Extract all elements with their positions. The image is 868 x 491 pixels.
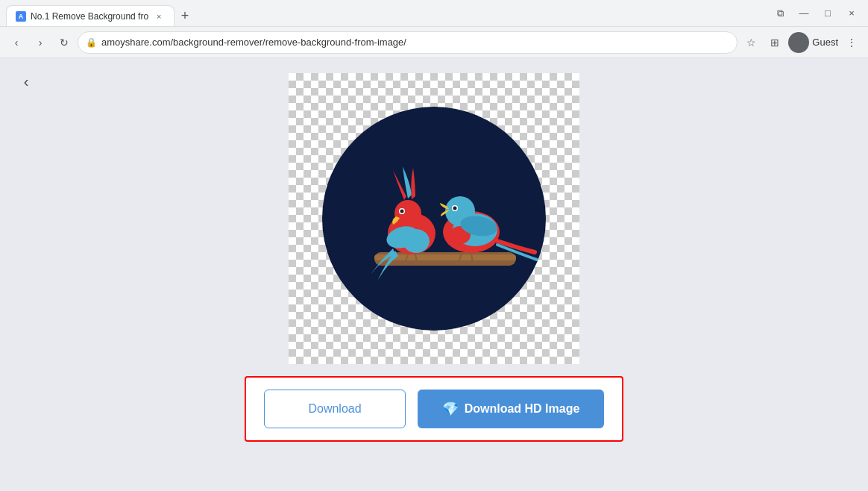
tab-title: No.1 Remove Background fro: [31, 11, 148, 22]
svg-point-4: [394, 200, 421, 227]
gem-icon: 💎: [442, 401, 459, 417]
tab-strip: A No.1 Remove Background fro × +: [6, 0, 764, 26]
browser-titlebar: A No.1 Remove Background fro × + ⧉ — □ ×: [0, 0, 868, 27]
tab-close-btn[interactable]: ×: [153, 10, 165, 22]
tab-favicon: A: [16, 11, 26, 22]
forward-nav-button[interactable]: ›: [30, 32, 51, 53]
download-buttons-wrapper: Download 💎 Download HD Image: [245, 376, 623, 442]
profile-avatar[interactable]: [788, 32, 809, 53]
reload-nav-button[interactable]: ↻: [54, 32, 75, 53]
svg-point-15: [453, 207, 457, 210]
page-content: ‹: [0, 58, 868, 491]
browser-toolbar: ‹ › ↻ 🔒 amoyshare.com/background-remover…: [0, 27, 868, 58]
profile-label[interactable]: Guest: [812, 37, 838, 48]
close-window-btn[interactable]: ×: [841, 3, 862, 24]
lock-icon: 🔒: [86, 37, 97, 48]
address-bar[interactable]: 🔒 amoyshare.com/background-remover/remov…: [78, 31, 738, 54]
birds-illustration: [330, 144, 538, 293]
download-section: Download 💎 Download HD Image: [245, 376, 623, 442]
download-button[interactable]: Download: [264, 390, 406, 428]
checkerboard-background: [289, 73, 579, 364]
back-nav-button[interactable]: ‹: [6, 32, 27, 53]
menu-icon[interactable]: ⋮: [841, 32, 862, 53]
minimize-window-btn[interactable]: —: [793, 3, 814, 24]
image-preview-area: [289, 73, 579, 364]
extensions-icon[interactable]: ⊞: [764, 32, 785, 53]
restore-window-btn[interactable]: ⧉: [770, 3, 790, 24]
new-tab-button[interactable]: +: [174, 5, 195, 26]
url-display: amoyshare.com/background-remover/remove-…: [101, 37, 729, 48]
bird-circle-image: [322, 107, 546, 331]
window-controls: ⧉ — □ ×: [770, 3, 862, 24]
svg-point-6: [400, 210, 404, 213]
active-tab[interactable]: A No.1 Remove Background fro ×: [6, 5, 174, 26]
toolbar-right-buttons: ☆ ⊞ Guest ⋮: [740, 32, 862, 53]
download-hd-button[interactable]: 💎 Download HD Image: [418, 390, 604, 428]
page-back-button[interactable]: ‹: [15, 70, 37, 93]
bookmark-icon[interactable]: ☆: [740, 32, 761, 53]
maximize-window-btn[interactable]: □: [817, 3, 838, 24]
